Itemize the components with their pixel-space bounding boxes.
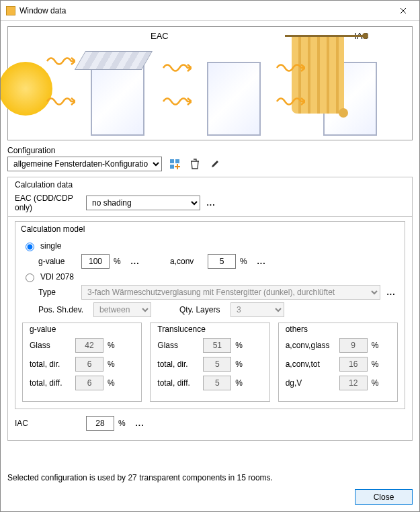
svg-rect-1 xyxy=(175,159,179,163)
gvalue-dir-input xyxy=(75,357,103,372)
gvalue-diff-label: total, diff. xyxy=(30,378,71,388)
others-subgroup: others a,conv,glass% a,conv,tot% dg,V% xyxy=(278,323,398,402)
aconvglass-label: a,conv,glass xyxy=(286,341,335,350)
calc-model-title: Calculation model xyxy=(18,224,87,234)
pos-shdev-select: between xyxy=(93,302,151,317)
aconvtot-input xyxy=(339,357,368,372)
qty-layers-select: 3 xyxy=(230,302,284,317)
aconvtot-label: a,conv,tot xyxy=(286,359,335,369)
radio-vdi-label: VDI 2078 xyxy=(40,272,74,282)
calculation-data-group: Calculation data EAC (CDD/CDP only) no s… xyxy=(7,177,413,441)
pos-shdev-label: Pos. Sh.dev. xyxy=(38,305,89,314)
eac-shading-select[interactable]: no shading xyxy=(86,196,200,210)
svg-rect-0 xyxy=(170,159,174,163)
dgv-input xyxy=(339,376,368,390)
gvalue-glass-label: Glass xyxy=(30,341,71,350)
iac-input[interactable] xyxy=(86,416,114,431)
edit-config-icon[interactable] xyxy=(208,157,222,171)
transl-glass-label: Glass xyxy=(157,341,199,350)
eac-cdd-label: EAC (CDD/CDP only) xyxy=(15,194,82,212)
gvalue-more-button[interactable]: ... xyxy=(128,257,142,266)
aconv-label: a,conv xyxy=(170,257,204,266)
gvalue-diff-input xyxy=(75,376,103,390)
translucence-subgroup: Translucence Glass% total, dir.% total, … xyxy=(150,323,269,402)
pct: % xyxy=(114,257,124,266)
type-more-button[interactable]: ... xyxy=(384,288,398,297)
iac-more-button[interactable]: ... xyxy=(133,419,146,428)
aconv-input[interactable] xyxy=(208,254,236,269)
gvalue-label: g-value xyxy=(38,257,77,266)
curtain-icon xyxy=(285,35,352,122)
transl-dir-input xyxy=(203,357,231,372)
scene-plain xyxy=(175,42,292,136)
svg-rect-2 xyxy=(170,165,174,169)
type-select: 3-fach Wärmeschutzverglasung mit Fenster… xyxy=(81,285,380,300)
sun-icon xyxy=(1,62,52,116)
gvalue-sub-title: g-value xyxy=(30,325,134,334)
transl-glass-input xyxy=(203,338,231,353)
close-icon[interactable] xyxy=(390,1,417,20)
iac-row-label: IAC xyxy=(15,419,82,428)
gvalue-input[interactable] xyxy=(81,254,110,269)
calculation-model-group xyxy=(8,216,412,221)
radio-single[interactable] xyxy=(26,243,34,251)
type-label: Type xyxy=(38,288,77,297)
eac-label: EAC xyxy=(109,31,210,41)
calc-data-title: Calculation data xyxy=(15,180,405,189)
radio-single-label: single xyxy=(40,241,61,251)
dgv-label: dg,V xyxy=(286,378,335,388)
app-icon xyxy=(6,6,15,15)
others-sub-title: others xyxy=(286,325,390,334)
transl-diff-input xyxy=(203,376,231,390)
window: Window data EAC IAC xyxy=(0,0,420,512)
calculation-model-box: Calculation model single g-value % ... a… xyxy=(15,221,405,409)
add-config-icon[interactable] xyxy=(167,157,182,171)
scene-iac xyxy=(292,42,408,136)
configuration-select[interactable]: allgemeine Fensterdaten-Konfiguration xyxy=(7,157,162,171)
gvalue-dir-label: total, dir. xyxy=(30,359,71,369)
illustration-panel: EAC IAC xyxy=(7,26,413,140)
titlebar: Window data xyxy=(1,1,419,21)
configuration-label: Configuration xyxy=(7,146,413,155)
footer-note: Selected configuration is used by 27 tra… xyxy=(1,469,419,485)
radio-vdi2078[interactable] xyxy=(26,273,34,282)
content-area: EAC IAC xyxy=(1,21,419,469)
qty-layers-label: Qty. Layers xyxy=(179,305,226,314)
gvalue-glass-input xyxy=(75,338,103,353)
awning-icon xyxy=(74,51,152,70)
scene-eac xyxy=(59,42,175,136)
transl-sub-title: Translucence xyxy=(157,325,262,334)
aconvglass-input xyxy=(339,338,368,353)
aconv-more-button[interactable]: ... xyxy=(255,257,268,266)
transl-dir-label: total, dir. xyxy=(157,359,199,369)
close-button[interactable]: Close xyxy=(355,489,413,505)
transl-diff-label: total, diff. xyxy=(157,378,199,388)
eac-more-button[interactable]: ... xyxy=(204,198,218,208)
gvalue-subgroup: g-value Glass% total, dir.% total, diff.… xyxy=(22,323,142,402)
delete-config-icon[interactable] xyxy=(187,157,202,171)
window-title: Window data xyxy=(19,6,390,15)
